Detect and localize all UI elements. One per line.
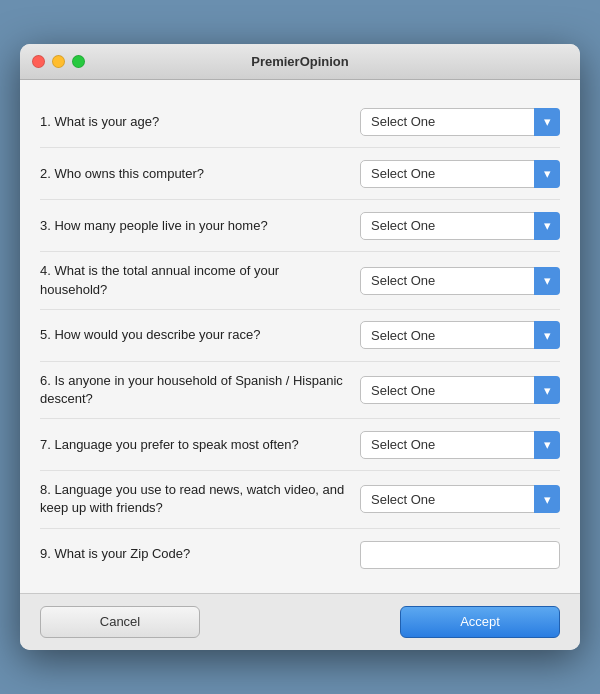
question-label-4: 4. What is the total annual income of yo… — [40, 262, 360, 298]
dropdown-container-2: Select One — [360, 160, 560, 188]
cancel-button[interactable]: Cancel — [40, 606, 200, 638]
maximize-button[interactable] — [72, 55, 85, 68]
title-bar: PremierOpinion — [20, 44, 580, 80]
questions-container: 1. What is your age?Select One2. Who own… — [40, 96, 560, 580]
dropdown-4[interactable]: Select One — [360, 267, 560, 295]
question-label-1: 1. What is your age? — [40, 113, 360, 131]
question-row-6: 6. Is anyone in your household of Spanis… — [40, 362, 560, 419]
dropdown-container-8: Select One — [360, 485, 560, 513]
question-row-7: 7. Language you prefer to speak most oft… — [40, 419, 560, 471]
dropdown-container-5: Select One — [360, 321, 560, 349]
dropdown-container-3: Select One — [360, 212, 560, 240]
dropdown-7[interactable]: Select One — [360, 431, 560, 459]
question-row-5: 5. How would you describe your race?Sele… — [40, 310, 560, 362]
dropdown-6[interactable]: Select One — [360, 376, 560, 404]
question-row-8: 8. Language you use to read news, watch … — [40, 471, 560, 528]
question-row-4: 4. What is the total annual income of yo… — [40, 252, 560, 309]
question-label-2: 2. Who owns this computer? — [40, 165, 360, 183]
question-label-6: 6. Is anyone in your household of Spanis… — [40, 372, 360, 408]
minimize-button[interactable] — [52, 55, 65, 68]
question-row-9: 9. What is your Zip Code? — [40, 529, 560, 581]
dropdown-container-7: Select One — [360, 431, 560, 459]
question-row-2: 2. Who owns this computer?Select One — [40, 148, 560, 200]
question-label-5: 5. How would you describe your race? — [40, 326, 360, 344]
question-row-3: 3. How many people live in your home?Sel… — [40, 200, 560, 252]
zip-code-input[interactable] — [360, 541, 560, 569]
traffic-lights — [32, 55, 85, 68]
dropdown-5[interactable]: Select One — [360, 321, 560, 349]
dropdown-container-6: Select One — [360, 376, 560, 404]
footer: Cancel Accept — [20, 593, 580, 650]
question-label-9: 9. What is your Zip Code? — [40, 545, 360, 563]
question-label-7: 7. Language you prefer to speak most oft… — [40, 436, 360, 454]
dropdown-container-4: Select One — [360, 267, 560, 295]
content-area: 1. What is your age?Select One2. Who own… — [20, 80, 580, 592]
dropdown-2[interactable]: Select One — [360, 160, 560, 188]
question-row-1: 1. What is your age?Select One — [40, 96, 560, 148]
question-label-8: 8. Language you use to read news, watch … — [40, 481, 360, 517]
main-window: PremierOpinion 1. What is your age?Selec… — [20, 44, 580, 649]
window-title: PremierOpinion — [251, 54, 349, 69]
question-label-3: 3. How many people live in your home? — [40, 217, 360, 235]
accept-button[interactable]: Accept — [400, 606, 560, 638]
dropdown-3[interactable]: Select One — [360, 212, 560, 240]
dropdown-1[interactable]: Select One — [360, 108, 560, 136]
dropdown-8[interactable]: Select One — [360, 485, 560, 513]
close-button[interactable] — [32, 55, 45, 68]
dropdown-container-1: Select One — [360, 108, 560, 136]
